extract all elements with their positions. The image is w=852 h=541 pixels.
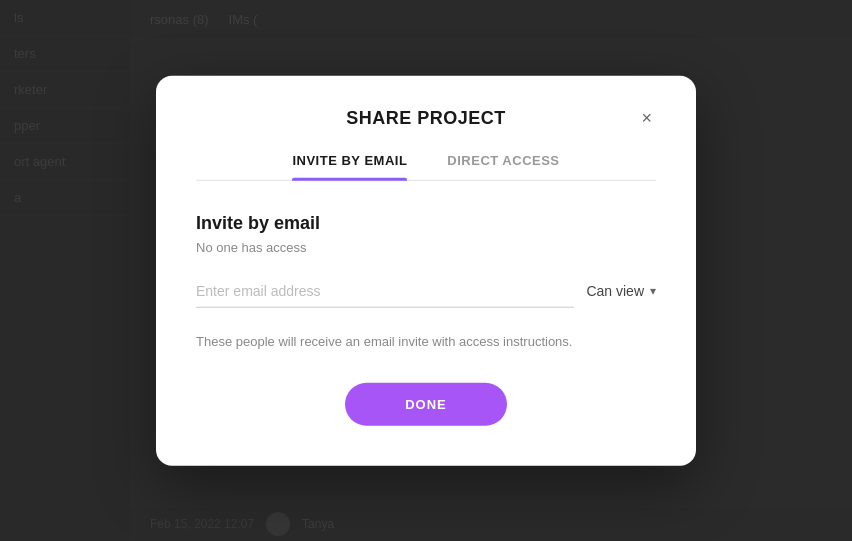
tab-bar: INVITE BY EMAIL DIRECT ACCESS xyxy=(196,152,656,180)
tab-direct-access[interactable]: DIRECT ACCESS xyxy=(447,152,559,179)
info-text: These people will receive an email invit… xyxy=(196,331,656,351)
tab-invite-by-email[interactable]: INVITE BY EMAIL xyxy=(292,152,407,179)
close-button[interactable]: × xyxy=(637,105,656,131)
no-access-label: No one has access xyxy=(196,239,656,254)
permission-label: Can view xyxy=(586,282,644,298)
permission-select[interactable]: Can view ▾ xyxy=(586,282,656,307)
modal-header: SHARE PROJECT × xyxy=(196,107,656,128)
email-input-row: Can view ▾ xyxy=(196,274,656,307)
section-title: Invite by email xyxy=(196,212,656,233)
modal-title: SHARE PROJECT xyxy=(346,107,506,127)
chevron-down-icon: ▾ xyxy=(650,283,656,297)
email-input[interactable] xyxy=(196,274,574,307)
done-button[interactable]: DONE xyxy=(345,383,507,426)
share-project-modal: SHARE PROJECT × INVITE BY EMAIL DIRECT A… xyxy=(156,75,696,466)
modal-body: Invite by email No one has access Can vi… xyxy=(196,212,656,426)
